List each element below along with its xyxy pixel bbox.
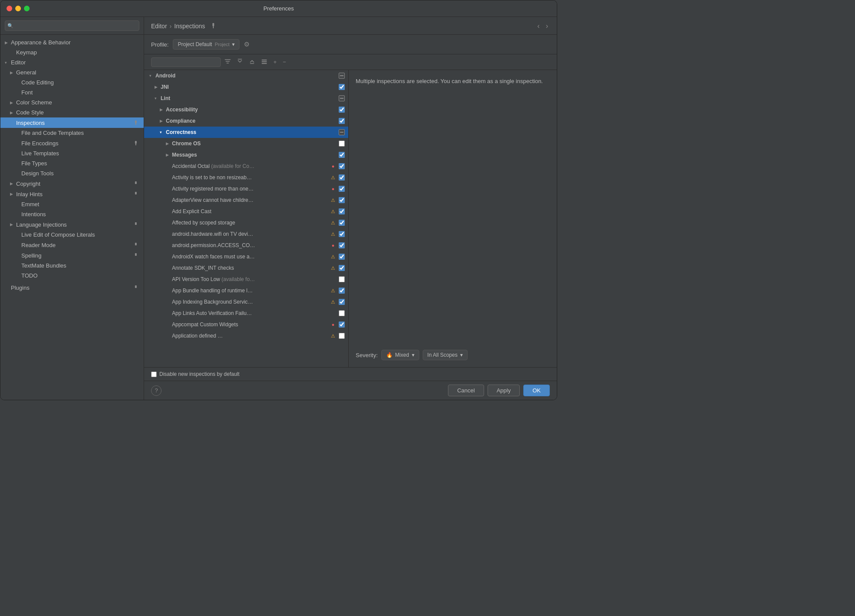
sidebar-item-todo[interactable]: TODO	[0, 271, 144, 281]
sidebar-item-textmate[interactable]: TextMate Bundles	[0, 261, 144, 271]
inspection-row-api-version[interactable]: API Version Too Low (available fo…	[144, 274, 348, 285]
inspection-checkbox[interactable]	[339, 231, 345, 237]
sidebar-item-intentions[interactable]: Intentions	[0, 209, 144, 219]
inspection-row-android[interactable]: ▾ Android	[144, 70, 348, 81]
inspection-row-application-defined[interactable]: Application defined … ⚠	[144, 330, 348, 341]
inspection-checkbox[interactable]	[339, 310, 345, 316]
inspection-checkbox[interactable]	[339, 141, 345, 147]
profile-dropdown[interactable]: Project Default Project ▾	[173, 39, 239, 50]
apply-button[interactable]: Apply	[488, 385, 520, 396]
inspection-row-accidental-octal[interactable]: Accidental Octal (available for Co… ●	[144, 161, 348, 172]
inspection-row-permission-access[interactable]: android.permission.ACCESS_CO… ●	[144, 240, 348, 251]
inspection-checkbox[interactable]	[339, 197, 345, 203]
inspection-checkbox[interactable]	[339, 288, 345, 294]
sidebar-item-live-edit-compose[interactable]: Live Edit of Compose Literals	[0, 230, 144, 240]
inspection-row-annotate-sdk[interactable]: Annotate SDK_INT checks ⚠	[144, 262, 348, 274]
bottom-bar: Disable new inspections by default	[144, 367, 557, 381]
sidebar-item-code-style[interactable]: ▶ Code Style	[0, 107, 144, 117]
sidebar-item-color-scheme[interactable]: ▶ Color Scheme	[0, 97, 144, 107]
forward-button[interactable]: ›	[544, 21, 550, 31]
close-button[interactable]	[7, 6, 12, 11]
ok-button[interactable]: OK	[523, 385, 550, 396]
inspection-row-activity-nonresize[interactable]: Activity is set to be non resizeab… ⚠	[144, 172, 348, 183]
inspection-checkbox[interactable]	[339, 152, 345, 158]
sidebar-item-inlay-hints[interactable]: ▶ Inlay Hints	[0, 189, 144, 199]
inspection-checkbox[interactable]	[339, 254, 345, 260]
inspection-row-accessibility[interactable]: ▶ Accessibility	[144, 104, 348, 115]
inspection-row-app-bundle[interactable]: App Bundle handling of runtime l… ⚠	[144, 285, 348, 296]
inspection-row-appcompat-widgets[interactable]: Appcompat Custom Widgets ●	[144, 319, 348, 330]
inspection-row-jni[interactable]: ▶ JNI	[144, 81, 348, 93]
cancel-button[interactable]: Cancel	[448, 385, 484, 396]
collapse-all-button[interactable]	[247, 57, 257, 67]
inspection-checkbox[interactable]	[339, 163, 345, 169]
inspection-checkbox[interactable]	[339, 276, 345, 282]
tristate-checkbox[interactable]	[339, 95, 345, 101]
inspection-checkbox[interactable]	[339, 242, 345, 248]
sidebar-item-file-types[interactable]: File Types	[0, 158, 144, 168]
sidebar-item-general[interactable]: ▶ General	[0, 67, 144, 77]
expand-all-button[interactable]	[235, 57, 245, 67]
sidebar-item-keymap[interactable]: Keymap	[0, 47, 144, 57]
back-button[interactable]: ‹	[535, 21, 541, 31]
inspection-row-app-links[interactable]: App Links Auto Verification Failu…	[144, 308, 348, 319]
warning-severity-icon: ⚠	[330, 231, 336, 237]
inspection-search-input[interactable]	[151, 57, 221, 67]
sidebar-item-language-injections[interactable]: ▶ Language Injections	[0, 219, 144, 230]
disable-new-inspections-checkbox[interactable]	[151, 372, 157, 377]
sidebar-item-file-code-templates[interactable]: File and Code Templates	[0, 128, 144, 138]
sidebar-item-inspections[interactable]: Inspections	[0, 117, 144, 128]
inspection-row-androidx-watch[interactable]: AndroidX watch faces must use a… ⚠	[144, 251, 348, 262]
inspection-checkbox[interactable]	[339, 118, 345, 124]
severity-dropdown[interactable]: 🔥 Mixed ▾	[381, 350, 419, 360]
profile-settings-button[interactable]: ⚙	[244, 40, 249, 48]
filter-button[interactable]	[222, 57, 233, 67]
inspection-row-correctness[interactable]: ▾ Correctness	[144, 127, 348, 138]
remove-button[interactable]: −	[281, 57, 289, 67]
sidebar-item-copyright[interactable]: ▶ Copyright	[0, 178, 144, 189]
view-options-button[interactable]	[259, 57, 269, 67]
sidebar-item-live-templates[interactable]: Live Templates	[0, 148, 144, 158]
inspection-row-lint[interactable]: ▾ Lint	[144, 93, 348, 104]
inspection-checkbox[interactable]	[339, 208, 345, 214]
sidebar-item-plugins[interactable]: Plugins	[0, 282, 144, 293]
sidebar-search-input[interactable]	[5, 20, 139, 31]
inspection-checkbox[interactable]	[339, 84, 345, 90]
inspection-row-messages[interactable]: ▶ Messages	[144, 149, 348, 161]
sidebar-item-code-editing[interactable]: Code Editing	[0, 77, 144, 87]
inspection-checkbox[interactable]	[339, 107, 345, 113]
sidebar-item-editor[interactable]: ▾ Editor	[0, 57, 144, 67]
inspection-checkbox[interactable]	[339, 174, 345, 181]
svg-rect-5	[135, 192, 137, 194]
minimize-button[interactable]	[15, 6, 21, 11]
help-button[interactable]: ?	[151, 385, 162, 396]
sidebar-item-file-encodings[interactable]: File Encodings	[0, 138, 144, 148]
sidebar-item-design-tools[interactable]: Design Tools	[0, 168, 144, 178]
inspection-row-chrome-os[interactable]: ▶ Chrome OS	[144, 138, 348, 149]
scope-dropdown[interactable]: In All Scopes ▾	[423, 350, 468, 360]
inspection-row-app-indexing[interactable]: App Indexing Background Servic… ⚠	[144, 296, 348, 308]
inspection-checkbox[interactable]	[339, 186, 345, 192]
sidebar-item-reader-mode[interactable]: Reader Mode	[0, 240, 144, 250]
inspection-row-compliance[interactable]: ▶ Compliance	[144, 115, 348, 127]
inspection-checkbox[interactable]	[339, 220, 345, 226]
inspection-row-adapterview[interactable]: AdapterView cannot have childre… ⚠	[144, 194, 348, 206]
inspection-checkbox[interactable]	[339, 299, 345, 305]
inspection-row-hardware-wifi[interactable]: android.hardware.wifi on TV devi… ⚠	[144, 228, 348, 240]
inspection-checkbox[interactable]	[339, 321, 345, 328]
sidebar-item-emmet[interactable]: Emmet	[0, 199, 144, 209]
sidebar-item-spelling[interactable]: Spelling	[0, 250, 144, 261]
add-button[interactable]: +	[271, 57, 279, 67]
inspection-row-scoped-storage[interactable]: Affected by scoped storage ⚠	[144, 217, 348, 228]
sidebar-item-appearance[interactable]: ▶ Appearance & Behavior	[0, 37, 144, 47]
pin-button[interactable]	[210, 23, 216, 30]
tristate-checkbox[interactable]	[339, 129, 345, 135]
inspection-checkbox[interactable]	[339, 265, 345, 271]
tristate-checkbox[interactable]	[339, 73, 345, 79]
sidebar-item-font[interactable]: Font	[0, 87, 144, 97]
maximize-button[interactable]	[24, 6, 30, 11]
window-controls[interactable]	[7, 6, 30, 11]
inspection-row-explicit-cast[interactable]: Add Explicit Cast ⚠	[144, 206, 348, 217]
inspection-checkbox[interactable]	[339, 333, 345, 339]
inspection-row-activity-registered[interactable]: Activity registered more than one… ●	[144, 183, 348, 194]
